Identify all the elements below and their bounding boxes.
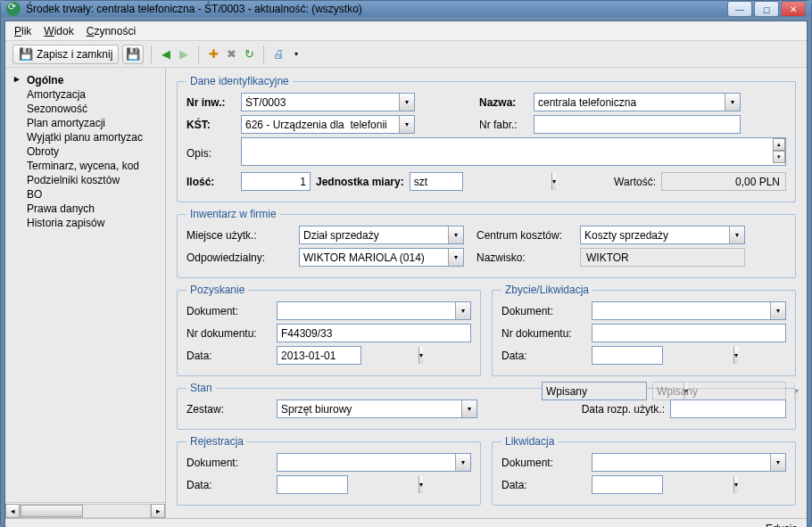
print-button[interactable]: 🖨 bbox=[271, 47, 286, 62]
nav-item-sezonowosc[interactable]: Sezonowość bbox=[9, 102, 162, 116]
field-stan-state1[interactable]: ▾ bbox=[542, 382, 647, 400]
field-ilosc[interactable] bbox=[241, 172, 311, 191]
field-opis[interactable] bbox=[241, 137, 786, 166]
print-dropdown-icon[interactable]: ▾ bbox=[289, 47, 303, 62]
legend-stan: Stan bbox=[186, 382, 216, 394]
field-lik-dok[interactable]: ▾ bbox=[592, 453, 786, 472]
field-nazwa[interactable]: ▾ bbox=[534, 93, 741, 111]
field-lik-data[interactable]: ▾ bbox=[592, 475, 663, 494]
tools-button[interactable]: ✖ bbox=[224, 47, 238, 62]
nav-item-obroty[interactable]: Obroty bbox=[9, 144, 162, 159]
save-icon: 💾 bbox=[19, 47, 33, 62]
nav-item-podzielniki[interactable]: Podzielniki kosztów bbox=[9, 173, 162, 187]
toolbar: 💾 Zapisz i zamknij 💾 ◀ ▶ ✚ ✖ ↻ 🖨 ▾ bbox=[5, 41, 807, 68]
chevron-down-icon[interactable]: ▾ bbox=[770, 302, 785, 319]
legend-poz: Pozyskanie bbox=[186, 284, 248, 296]
group-stan: Stan ▾ ▾ Zestaw: ▾ Data rozp. użytk.: ▾ bbox=[177, 382, 796, 430]
field-zby-data[interactable]: ▾ bbox=[592, 346, 663, 365]
chevron-down-icon[interactable]: ▾ bbox=[733, 476, 738, 493]
field-poz-data[interactable]: ▾ bbox=[277, 346, 361, 365]
field-poz-dok[interactable]: ▾ bbox=[277, 301, 471, 320]
chevron-down-icon[interactable]: ▾ bbox=[418, 476, 423, 493]
spin-down-icon[interactable]: ▾ bbox=[773, 151, 785, 163]
field-zestaw[interactable]: ▾ bbox=[277, 399, 477, 418]
scroll-thumb[interactable] bbox=[21, 505, 83, 517]
chevron-down-icon[interactable]: ▾ bbox=[418, 347, 423, 364]
field-rej-data[interactable]: ▾ bbox=[277, 475, 348, 494]
chevron-down-icon[interactable]: ▾ bbox=[733, 347, 738, 364]
menu-actions[interactable]: Czynności bbox=[87, 25, 136, 37]
label-kst: KŚT: bbox=[186, 119, 236, 131]
label-centrum: Centrum kosztów: bbox=[476, 229, 575, 242]
field-miejsce[interactable]: ▾ bbox=[299, 226, 464, 244]
scroll-left-icon[interactable]: ◂ bbox=[5, 504, 20, 518]
field-nrfabr[interactable] bbox=[534, 115, 741, 134]
field-zby-dok[interactable]: ▾ bbox=[592, 301, 786, 320]
window-title: Środek trwały: centrala telefoniczna - Ś… bbox=[26, 3, 727, 15]
chevron-down-icon[interactable]: ▾ bbox=[455, 302, 470, 319]
chevron-down-icon[interactable]: ▾ bbox=[448, 249, 463, 266]
menu-file[interactable]: Plik bbox=[14, 25, 31, 37]
field-kst[interactable]: ▾ bbox=[241, 115, 415, 134]
nav-item-ogolne[interactable]: Ogólne bbox=[9, 73, 162, 87]
back-button[interactable]: ◀ bbox=[159, 47, 173, 62]
maximize-button[interactable]: ◻ bbox=[754, 1, 779, 17]
nav-item-bo[interactable]: BO bbox=[9, 187, 162, 202]
nav-item-prawa[interactable]: Prawa danych bbox=[9, 202, 162, 216]
label-rej-dok: Dokument: bbox=[186, 457, 271, 469]
sidebar-hscrollbar[interactable]: ◂ ▸ bbox=[5, 502, 165, 518]
chevron-down-icon[interactable]: ▾ bbox=[729, 226, 744, 243]
field-rej-dok[interactable]: ▾ bbox=[277, 453, 471, 472]
chevron-down-icon[interactable]: ▾ bbox=[399, 94, 414, 111]
label-ilosc: Ilość: bbox=[186, 176, 236, 188]
tool-button-1[interactable]: ✚ bbox=[206, 47, 220, 62]
app-icon bbox=[6, 2, 21, 16]
label-zby-dok: Dokument: bbox=[501, 305, 586, 317]
chevron-down-icon[interactable]: ▾ bbox=[461, 400, 476, 417]
label-nazwa: Nazwa: bbox=[479, 96, 528, 109]
save-close-button[interactable]: 💾 Zapisz i zamknij bbox=[12, 45, 119, 64]
nav-item-wyjatki[interactable]: Wyjątki planu amortyzac bbox=[9, 130, 162, 144]
field-odp[interactable]: ▾ bbox=[299, 248, 464, 267]
disk-icon: 💾 bbox=[126, 47, 140, 62]
nav-item-amortyzacja[interactable]: Amortyzacja bbox=[9, 87, 162, 102]
legend-ident: Dane identyfikacyjne bbox=[186, 75, 293, 87]
forward-button[interactable]: ▶ bbox=[177, 47, 191, 62]
field-jm[interactable]: ▾ bbox=[410, 172, 463, 191]
statusbar: Edycja bbox=[5, 518, 807, 527]
label-rej-data: Data: bbox=[186, 479, 271, 491]
scroll-right-icon[interactable]: ▸ bbox=[151, 504, 165, 518]
nav-item-plan[interactable]: Plan amortyzacji bbox=[9, 116, 162, 130]
chevron-down-icon[interactable]: ▾ bbox=[399, 116, 414, 133]
save-button[interactable]: 💾 bbox=[122, 45, 144, 64]
group-pozyskanie: Pozyskanie Dokument:▾ Nr dokumentu: Data… bbox=[177, 284, 481, 376]
field-datarozp[interactable]: ▾ bbox=[670, 399, 786, 418]
field-zby-nrdok[interactable] bbox=[592, 324, 786, 342]
chevron-down-icon[interactable]: ▾ bbox=[725, 94, 740, 111]
close-button[interactable]: ✕ bbox=[781, 1, 806, 17]
label-poz-data: Data: bbox=[186, 350, 271, 362]
nav-item-historia[interactable]: Historia zapisów bbox=[9, 216, 162, 230]
form-panel: Dane identyfikacyjne Nr inw.: ▾ Nazwa: ▾… bbox=[166, 68, 807, 518]
field-nrinw[interactable]: ▾ bbox=[241, 93, 415, 111]
label-zby-nrdok: Nr dokumentu: bbox=[501, 327, 586, 340]
chevron-down-icon[interactable]: ▾ bbox=[455, 454, 470, 471]
spin-up-icon[interactable]: ▴ bbox=[773, 138, 785, 151]
refresh-button[interactable]: ↻ bbox=[242, 47, 256, 62]
field-poz-nrdok[interactable] bbox=[277, 324, 471, 342]
chevron-down-icon[interactable]: ▾ bbox=[448, 226, 463, 243]
group-identyfikacja: Dane identyfikacyjne Nr inw.: ▾ Nazwa: ▾… bbox=[177, 75, 796, 202]
app-window: Środek trwały: centrala telefoniczna - Ś… bbox=[0, 0, 812, 527]
label-poz-dok: Dokument: bbox=[186, 305, 271, 317]
nav-item-terminarz[interactable]: Terminarz, wycena, kod bbox=[9, 159, 162, 173]
chevron-down-icon[interactable]: ▾ bbox=[551, 173, 556, 190]
minimize-button[interactable]: — bbox=[727, 1, 752, 17]
field-centrum[interactable]: ▾ bbox=[580, 226, 745, 244]
chevron-down-icon[interactable]: ▾ bbox=[770, 454, 785, 471]
titlebar[interactable]: Środek trwały: centrala telefoniczna - Ś… bbox=[1, 1, 811, 17]
legend-lik: Likwidacja bbox=[501, 435, 558, 448]
label-odp: Odpowiedzialny: bbox=[186, 251, 294, 264]
legend-inw: Inwentarz w firmie bbox=[186, 208, 280, 220]
sidebar: Ogólne Amortyzacja Sezonowość Plan amort… bbox=[5, 68, 166, 518]
menu-view[interactable]: Widok bbox=[44, 25, 73, 37]
